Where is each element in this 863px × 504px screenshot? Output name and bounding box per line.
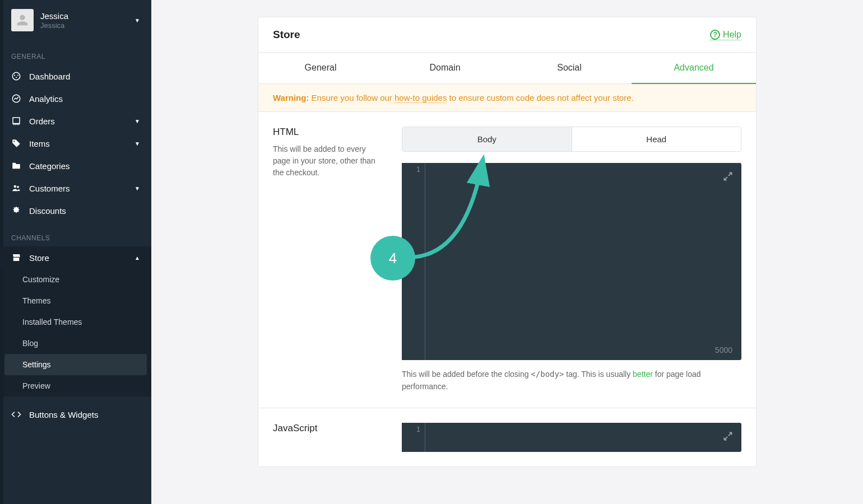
sidebar-item-items[interactable]: Items ▼ [0, 132, 151, 155]
subnav-customize[interactable]: Customize [0, 269, 151, 290]
help-icon: ? [710, 30, 720, 40]
code-icon [11, 409, 21, 419]
dashboard-icon [11, 71, 21, 81]
js-editor[interactable]: 1 [402, 423, 741, 452]
warning-link[interactable]: how-to guides [395, 93, 447, 103]
tab-domain[interactable]: Domain [383, 53, 507, 83]
sidebar-item-dashboard[interactable]: Dashboard [0, 65, 151, 87]
svg-point-2 [17, 74, 18, 76]
nav-label: Customers [29, 184, 127, 193]
better-link[interactable]: better [633, 370, 653, 379]
user-menu[interactable]: Jessica Jessica ▼ [0, 0, 151, 40]
toggle-body[interactable]: Body [402, 127, 572, 151]
sidebar-item-categories[interactable]: Categories [0, 155, 151, 177]
editor-gutter: 1 [402, 423, 425, 452]
help-label: Help [723, 30, 741, 40]
svg-point-0 [12, 72, 20, 80]
nav-label: Orders [29, 116, 127, 126]
nav-label: Analytics [29, 94, 140, 104]
warning-before: Ensure you follow our [309, 93, 395, 102]
nav-label: Store [29, 253, 127, 263]
nav-label: Discounts [29, 206, 140, 216]
nav-label: Buttons & Widgets [29, 410, 140, 419]
tag-icon [11, 138, 21, 148]
chevron-down-icon: ▼ [134, 141, 140, 147]
section-label-channels: CHANNELS [0, 222, 151, 246]
chevron-down-icon: ▼ [134, 185, 140, 192]
tab-general[interactable]: General [258, 53, 383, 83]
chevron-down-icon: ▼ [134, 17, 140, 24]
settings-card: Store ? Help General Domain Social Advan… [258, 17, 757, 467]
orders-icon [11, 116, 21, 126]
discount-icon [11, 206, 21, 216]
sidebar: Jessica Jessica ▼ GENERAL Dashboard Anal… [0, 0, 151, 504]
analytics-icon [11, 94, 21, 104]
tab-social[interactable]: Social [507, 53, 632, 83]
nav-label: Items [29, 139, 127, 148]
html-body-editor[interactable]: 1 5000 [402, 163, 741, 360]
customers-icon [11, 183, 21, 193]
html-section: HTML This will be added to every page in… [258, 112, 756, 408]
main-content: Store ? Help General Domain Social Advan… [151, 0, 863, 504]
svg-point-5 [13, 141, 15, 142]
sidebar-item-analytics[interactable]: Analytics [0, 87, 151, 110]
section-label-general: GENERAL [0, 40, 151, 65]
html-title: HTML [273, 127, 385, 138]
helper-text: This will be added before the closing </… [402, 368, 741, 393]
page-title: Store [273, 29, 300, 41]
js-title: JavaScript [273, 423, 385, 434]
store-icon [11, 253, 21, 263]
chevron-down-icon: ▼ [134, 118, 140, 124]
svg-point-1 [14, 74, 15, 76]
annotation-badge: 4 [370, 236, 415, 281]
warning-after: to ensure custom code does not affect yo… [447, 93, 633, 102]
subnav-settings[interactable]: Settings [4, 354, 147, 375]
html-desc: This will be added to every page in your… [273, 143, 385, 179]
card-header: Store ? Help [258, 17, 756, 53]
warning-banner: Warning: Ensure you follow our how-to gu… [258, 84, 756, 112]
sidebar-item-store[interactable]: Store ▲ [0, 246, 151, 269]
nav-label: Categories [29, 161, 140, 171]
store-submenu: Customize Themes Installed Themes Blog S… [0, 269, 151, 396]
js-section: JavaScript 1 [258, 408, 756, 466]
user-name: Jessica [40, 11, 128, 21]
nav-label: Dashboard [29, 72, 140, 81]
line-number: 1 [402, 163, 425, 174]
tab-advanced[interactable]: Advanced [632, 53, 756, 84]
expand-icon[interactable] [722, 171, 734, 182]
avatar [11, 9, 34, 31]
char-count: 5000 [715, 346, 732, 354]
folder-icon [11, 161, 21, 171]
sidebar-item-customers[interactable]: Customers ▼ [0, 177, 151, 199]
annotation-number: 4 [389, 250, 397, 267]
svg-point-7 [17, 186, 19, 188]
sidebar-item-discounts[interactable]: Discounts [0, 199, 151, 222]
user-subtitle: Jessica [40, 21, 128, 30]
expand-icon[interactable] [722, 431, 734, 442]
body-head-toggle: Body Head [402, 127, 741, 152]
tabs: General Domain Social Advanced [258, 53, 756, 84]
chevron-up-icon: ▲ [134, 255, 140, 261]
subnav-preview[interactable]: Preview [0, 375, 151, 396]
svg-point-6 [14, 185, 17, 188]
svg-point-3 [16, 77, 17, 78]
toggle-head[interactable]: Head [572, 127, 741, 151]
help-link[interactable]: ? Help [710, 30, 741, 40]
sidebar-item-orders[interactable]: Orders ▼ [0, 110, 151, 132]
line-number: 1 [402, 423, 425, 433]
warning-prefix: Warning: [273, 93, 309, 102]
sidebar-item-buttons-widgets[interactable]: Buttons & Widgets [0, 403, 151, 426]
subnav-installed-themes[interactable]: Installed Themes [0, 311, 151, 333]
subnav-blog[interactable]: Blog [0, 333, 151, 354]
subnav-themes[interactable]: Themes [0, 290, 151, 311]
